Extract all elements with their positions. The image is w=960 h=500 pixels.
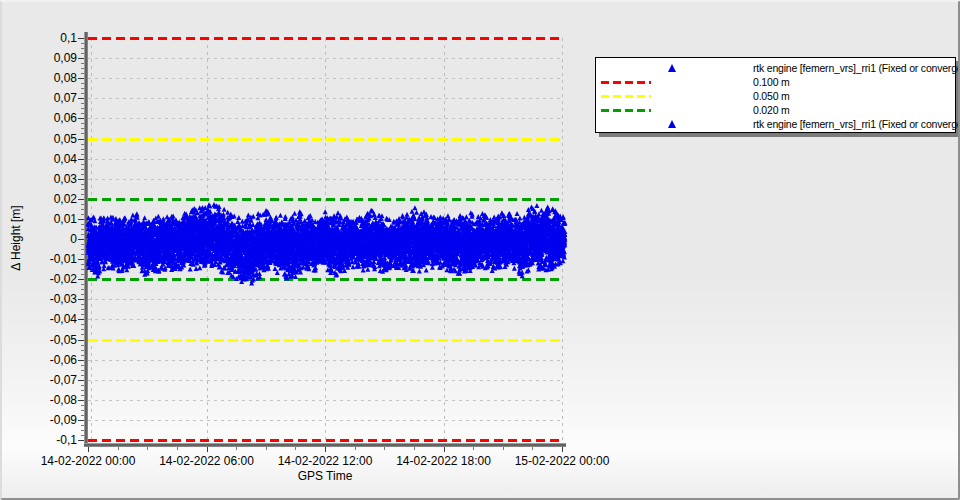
legend-row: 0.020 m (596, 103, 955, 117)
y-tick-label: 0,04 (21, 152, 77, 166)
legend-row: rtk engine [femern_vrs]_rri1 (Fixed or c… (596, 117, 955, 131)
legend-row: 0.100 m (596, 75, 955, 89)
y-tick-label: 0 (21, 232, 77, 246)
scatter-series-layer (86, 32, 568, 448)
y-tick-label: -0,09 (21, 413, 77, 427)
legend-label: 0.020 m (753, 104, 790, 116)
legend: rtk engine [femern_vrs]_rri1 (Fixed or c… (595, 57, 956, 133)
y-tick-label: -0,05 (21, 333, 77, 347)
y-tick-label: 0,03 (21, 172, 77, 186)
legend-label: 0.100 m (753, 76, 790, 88)
legend-label: rtk engine [femern_vrs]_rri1 (Fixed or c… (753, 118, 960, 130)
legend-dash-marker (601, 95, 651, 98)
y-tick-label: -0,08 (21, 393, 77, 407)
legend-rows: rtk engine [femern_vrs]_rri1 (Fixed or c… (596, 61, 955, 131)
y-tick-label: 0,05 (21, 132, 77, 146)
legend-label: rtk engine [femern_vrs]_rri1 (Fixed or c… (753, 62, 960, 74)
y-tick-label: -0,01 (21, 252, 77, 266)
legend-dash-marker (601, 109, 651, 112)
legend-triangle-marker (668, 120, 676, 128)
y-tick-label: -0,06 (21, 353, 77, 367)
y-tick-label: -0,04 (21, 312, 77, 326)
x-tick-label: 15-02-2022 00:00 (492, 454, 632, 468)
y-tick-label: -0,03 (21, 292, 77, 306)
y-tick-label: 0,02 (21, 192, 77, 206)
y-tick-label: 0,1 (21, 31, 77, 45)
y-tick-label: -0,02 (21, 272, 77, 286)
y-tick-label: 0,07 (21, 91, 77, 105)
y-axis-title: Δ Height [m] (9, 183, 23, 293)
y-tick-label: 0,01 (21, 212, 77, 226)
y-tick-label: 0,09 (21, 51, 77, 65)
chart-panel: 0,10,090,080,070,060,050,040,030,020,010… (0, 0, 960, 500)
legend-row: rtk engine [femern_vrs]_rri1 (Fixed or c… (596, 61, 955, 75)
x-axis-title: GPS Time (88, 469, 562, 483)
legend-dash-marker (601, 81, 651, 84)
legend-row: 0.050 m (596, 89, 955, 103)
y-tick-label: -0,1 (21, 433, 77, 447)
y-tick-label: 0,08 (21, 71, 77, 85)
legend-label: 0.050 m (753, 90, 790, 102)
legend-triangle-marker (668, 64, 676, 72)
y-tick-label: 0,06 (21, 111, 77, 125)
y-tick-label: -0,07 (21, 373, 77, 387)
